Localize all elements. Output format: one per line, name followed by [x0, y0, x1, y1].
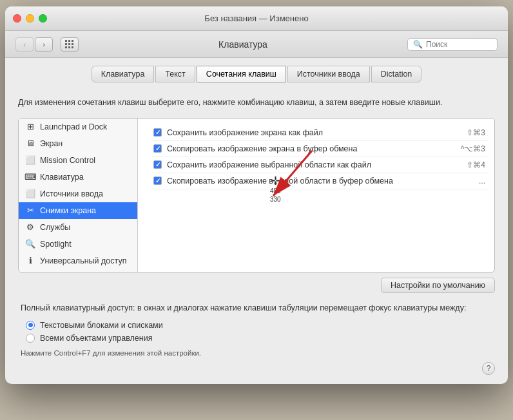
- sidebar-list: ⊞ Launchpad и Dock 🖥 Экран ⬜ Mission Con…: [19, 119, 138, 272]
- shortcut-row-1[interactable]: Скопировать изображение экрана в буфер о…: [151, 141, 488, 157]
- input-sources-icon: ⬜: [25, 189, 35, 199]
- close-button[interactable]: [13, 14, 21, 23]
- content-area: Для изменения сочетания клавиш выберите …: [5, 88, 508, 384]
- shortcut-row-3[interactable]: Скопировать изображение в...нной области…: [151, 173, 488, 189]
- spotlight-icon: 🔍: [25, 239, 35, 249]
- default-settings-button[interactable]: Настройки по умолчанию: [381, 278, 495, 293]
- titlebar: Без названия — Изменено: [5, 6, 508, 31]
- tab-input-sources[interactable]: Источники ввода: [287, 66, 370, 82]
- maximize-button[interactable]: [39, 14, 47, 23]
- shortcut-label-0: Сохранить изображение экрана как файл: [167, 128, 461, 137]
- search-input[interactable]: [426, 40, 492, 49]
- tab-dictation[interactable]: Dictation: [371, 66, 422, 82]
- tab-keyboard[interactable]: Клавиатура: [92, 66, 155, 82]
- shortcut-key-1: ^⌥⌘3: [461, 144, 485, 153]
- launchpad-icon: ⊞: [25, 122, 35, 132]
- hint-text: Нажмите Control+F7 для изменения этой на…: [21, 349, 492, 357]
- back-button[interactable]: ‹: [15, 37, 34, 52]
- radio-button-text-lists[interactable]: [26, 321, 35, 330]
- shortcut-key-0: ⇧⌘3: [467, 128, 485, 137]
- crosshair-icon: ✛: [270, 175, 281, 187]
- cursor-position-indicator: ✛ 485 330: [270, 175, 281, 204]
- shortcut-checkbox-2[interactable]: [153, 160, 162, 169]
- search-box[interactable]: 🔍: [407, 38, 498, 51]
- shortcut-label-1: Скопировать изображение экрана в буфер о…: [167, 144, 456, 153]
- help-button[interactable]: ?: [482, 362, 495, 375]
- sidebar-item-label: Экран: [40, 139, 63, 148]
- sidebar-item-label: Launchpad и Dock: [40, 122, 107, 131]
- services-icon: ⚙: [25, 222, 35, 233]
- nav-buttons: ‹ ›: [15, 37, 53, 52]
- mission-icon: ⬜: [25, 155, 35, 166]
- panel-bottom: Настройки по умолчанию: [18, 278, 495, 293]
- sidebar-item-label: Универсальный доступ: [40, 256, 126, 265]
- sidebar-item-label: Снимки экрана: [40, 206, 96, 215]
- right-panel: Сохранить изображение экрана как файл ⇧⌘…: [144, 119, 494, 272]
- screen-icon: 🖥: [25, 138, 35, 149]
- shortcut-row-0[interactable]: Сохранить изображение экрана как файл ⇧⌘…: [151, 125, 488, 141]
- sidebar-item-label: Mission Control: [40, 156, 95, 165]
- shortcut-row-2[interactable]: Сохранить изображение выбранной области …: [151, 157, 488, 173]
- tab-text[interactable]: Текст: [155, 66, 195, 82]
- shortcut-checkbox-3[interactable]: [153, 177, 162, 185]
- bottom-section: Полный клавиатурный доступ: в окнах и ди…: [18, 302, 495, 357]
- accessibility-icon: ℹ: [25, 256, 35, 266]
- sidebar-item-mission[interactable]: ⬜ Mission Control: [19, 152, 137, 169]
- sidebar-item-spotlight[interactable]: 🔍 Spotlight: [19, 236, 137, 253]
- shortcut-checkbox-0[interactable]: [153, 128, 162, 137]
- cursor-coords: 485 330: [270, 187, 281, 204]
- main-panel: ⊞ Launchpad и Dock 🖥 Экран ⬜ Mission Con…: [18, 118, 495, 272]
- radio-group: Текстовыми блоками и списками Всеми объе…: [26, 321, 492, 343]
- keyboard-icon: ⌨: [25, 172, 35, 182]
- shortcut-key-3: ...: [479, 177, 485, 186]
- shortcut-label-3: Скопировать изображение в...нной области…: [167, 177, 474, 186]
- radio-button-all-controls[interactable]: [26, 334, 35, 343]
- grid-icon: [65, 40, 74, 49]
- sidebar-item-label: Источники ввода: [40, 189, 103, 198]
- sidebar-item-label: Spotlight: [40, 240, 72, 249]
- radio-item-all-controls[interactable]: Всеми объектами управления: [26, 334, 492, 343]
- search-icon: 🔍: [413, 40, 423, 49]
- tabs-container: Клавиатура Текст Сочетания клавиш Источн…: [5, 58, 508, 88]
- bottom-right: ?: [18, 362, 495, 375]
- bottom-description: Полный клавиатурный доступ: в окнах и ди…: [21, 302, 492, 314]
- radio-item-text-lists[interactable]: Текстовыми блоками и списками: [26, 321, 492, 330]
- tab-shortcuts[interactable]: Сочетания клавиш: [197, 66, 286, 82]
- toolbar-title: Клавиатура: [84, 39, 402, 50]
- sidebar-item-label: Службы: [40, 223, 70, 232]
- shortcut-key-2: ⇧⌘4: [467, 160, 485, 169]
- traffic-lights: [13, 14, 47, 23]
- description-text: Для изменения сочетания клавиш выберите …: [18, 97, 495, 109]
- shortcut-label-2: Сохранить изображение выбранной области …: [167, 160, 461, 169]
- sidebar-item-screen[interactable]: 🖥 Экран: [19, 135, 137, 152]
- sidebar-item-app-shortcuts[interactable]: ⌘ Сочетания клавиш пр...: [19, 269, 137, 272]
- window-title: Без названия — Изменено: [204, 14, 308, 23]
- screenshots-icon: ✂: [25, 205, 35, 216]
- forward-button[interactable]: ›: [35, 37, 53, 52]
- sidebar-item-input-sources[interactable]: ⬜ Источники ввода: [19, 186, 137, 202]
- main-window: Без названия — Изменено ‹ › Клавиатура 🔍…: [5, 6, 508, 384]
- sidebar-item-services[interactable]: ⚙ Службы: [19, 219, 137, 236]
- grid-view-button[interactable]: [61, 37, 79, 52]
- sidebar-item-keyboard[interactable]: ⌨ Клавиатура: [19, 169, 137, 186]
- sidebar-item-screenshots[interactable]: ✂ Снимки экрана: [19, 202, 137, 219]
- sidebar-item-accessibility[interactable]: ℹ Универсальный доступ: [19, 253, 137, 269]
- toolbar: ‹ › Клавиатура 🔍: [5, 31, 508, 58]
- radio-label-all-controls: Всеми объектами управления: [40, 334, 152, 343]
- minimize-button[interactable]: [26, 14, 34, 23]
- radio-label-text-lists: Текстовыми блоками и списками: [40, 321, 163, 330]
- sidebar-item-launchpad[interactable]: ⊞ Launchpad и Dock: [19, 119, 137, 135]
- shortcut-checkbox-1[interactable]: [153, 144, 162, 153]
- sidebar-item-label: Клавиатура: [40, 173, 84, 182]
